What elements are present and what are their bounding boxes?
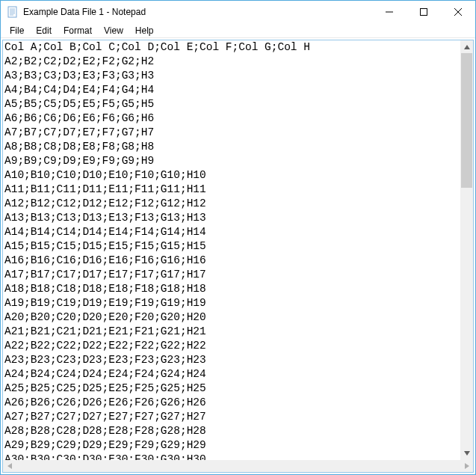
close-button[interactable] [441, 1, 475, 23]
vertical-scroll-track[interactable] [460, 53, 473, 447]
editor-area: Col A;Col B;Col C;Col D;Col E;Col F;Col … [1, 37, 475, 474]
minimize-button[interactable] [372, 1, 407, 23]
vertical-scroll-thumb[interactable] [461, 53, 472, 188]
window-title: Example Data File 1 - Notepad [23, 7, 146, 17]
vertical-scrollbar[interactable] [460, 40, 473, 460]
menubar: File Edit Format View Help [1, 23, 475, 37]
horizontal-scrollbar[interactable] [3, 460, 473, 472]
scroll-left-icon[interactable] [3, 460, 16, 472]
scroll-right-icon[interactable] [460, 460, 473, 472]
titlebar[interactable]: Example Data File 1 - Notepad [1, 1, 475, 23]
text-content[interactable]: Col A;Col B;Col C;Col D;Col E;Col F;Col … [3, 40, 460, 460]
scroll-up-icon[interactable] [460, 40, 473, 53]
scroll-down-icon[interactable] [460, 447, 473, 460]
svg-rect-7 [421, 9, 427, 16]
menu-edit[interactable]: Edit [30, 25, 58, 37]
menu-view[interactable]: View [98, 25, 129, 37]
menu-file[interactable]: File [4, 25, 30, 37]
menu-format[interactable]: Format [58, 25, 98, 37]
notepad-icon [7, 6, 19, 18]
notepad-window: Example Data File 1 - Notepad File Edit … [0, 0, 476, 475]
menu-help[interactable]: Help [129, 25, 160, 37]
window-controls [372, 1, 475, 23]
maximize-button[interactable] [407, 1, 441, 23]
horizontal-scroll-track[interactable] [16, 460, 460, 472]
editor: Col A;Col B;Col C;Col D;Col E;Col F;Col … [3, 40, 473, 460]
